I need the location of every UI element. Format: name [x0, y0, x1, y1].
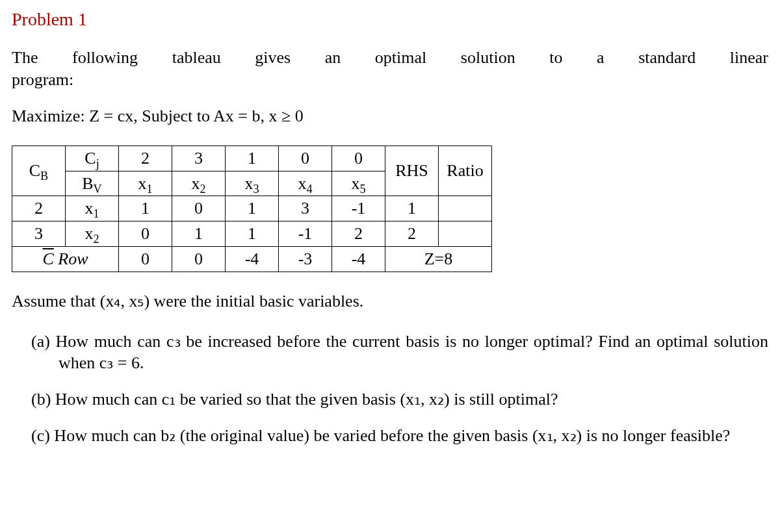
w: to — [549, 47, 562, 69]
cb-header: CB — [12, 146, 66, 196]
w: The — [12, 47, 38, 69]
subparts-list: (a) How much can c₃ be increased before … — [12, 331, 768, 447]
r1c5: -1 — [332, 196, 385, 222]
r1c2: 0 — [172, 196, 226, 222]
part-b: (b) How much can c₁ be varied so that th… — [31, 388, 768, 411]
crow-label: C Row — [12, 246, 119, 272]
bv-header: BV — [66, 171, 119, 196]
crow5: -4 — [332, 246, 385, 272]
w: tableau — [172, 47, 221, 69]
crow2: 0 — [172, 246, 226, 272]
x5-header: x5 — [332, 171, 385, 196]
c4-val: 0 — [279, 146, 332, 171]
r2c4: -1 — [279, 222, 332, 247]
x1-header: x1 — [119, 171, 172, 196]
c1-val: 2 — [119, 146, 172, 171]
x2-header: x2 — [172, 171, 226, 196]
r1c4: 3 — [279, 196, 332, 222]
c5-val: 0 — [332, 146, 385, 171]
intro-text: The following tableau gives an optimal s… — [12, 47, 768, 91]
w: linear — [730, 47, 768, 69]
r1c1: 1 — [119, 196, 172, 222]
cb-2: 3 — [12, 222, 66, 247]
part-a: (a) How much can c₃ be increased before … — [31, 331, 768, 375]
tableau-row-1: 2 x1 1 0 1 3 -1 1 — [12, 196, 492, 222]
r2c3: 1 — [226, 222, 279, 247]
r2rhs: 2 — [385, 222, 439, 247]
problem-title: Problem 1 — [12, 8, 768, 31]
tableau-crow: C Row 0 0 -4 -3 -4 Z=8 — [12, 246, 492, 272]
x4-header: x4 — [279, 171, 332, 196]
z-value: Z=8 — [385, 246, 492, 272]
w: solution — [461, 47, 515, 69]
cb-1: 2 — [12, 196, 66, 222]
assumption-text: Assume that (x₄, x₅) were the initial ba… — [12, 290, 768, 312]
r1rhs: 1 — [385, 196, 439, 222]
w: an — [325, 47, 341, 69]
c2-val: 3 — [172, 146, 226, 171]
ratio-header: Ratio — [439, 146, 492, 196]
cj-header: Cj — [66, 146, 119, 171]
r2c5: 2 — [332, 222, 385, 247]
crow4: -3 — [279, 246, 332, 272]
bv-2: x2 — [66, 222, 119, 247]
tableau-row-2: 3 x2 0 1 1 -1 2 2 — [12, 222, 492, 247]
r2ratio — [439, 222, 492, 247]
c3-val: 1 — [226, 146, 279, 171]
bv-1: x1 — [66, 196, 119, 222]
w: a — [597, 47, 604, 69]
w: gives — [255, 47, 291, 69]
w: standard — [638, 47, 696, 69]
x3-header: x3 — [226, 171, 279, 196]
rhs-header: RHS — [385, 146, 439, 196]
crow3: -4 — [226, 246, 279, 272]
w: optimal — [375, 47, 426, 69]
simplex-tableau: CB Cj 2 3 1 0 0 RHS Ratio BV x1 x2 x3 x4… — [12, 146, 492, 272]
r2c2: 1 — [172, 222, 226, 247]
maximize-line: Maximize: Z = cx, Subject to Ax = b, x ≥… — [12, 105, 768, 127]
part-c: (c) How much can b₂ (the original value)… — [31, 425, 768, 447]
intro-line2: program: — [12, 69, 768, 91]
r1ratio — [439, 196, 492, 222]
r1c3: 1 — [226, 196, 279, 222]
w: following — [72, 47, 138, 69]
tableau-header-row-1: CB Cj 2 3 1 0 0 RHS Ratio — [12, 146, 492, 171]
r2c1: 0 — [119, 222, 172, 247]
crow1: 0 — [119, 246, 172, 272]
